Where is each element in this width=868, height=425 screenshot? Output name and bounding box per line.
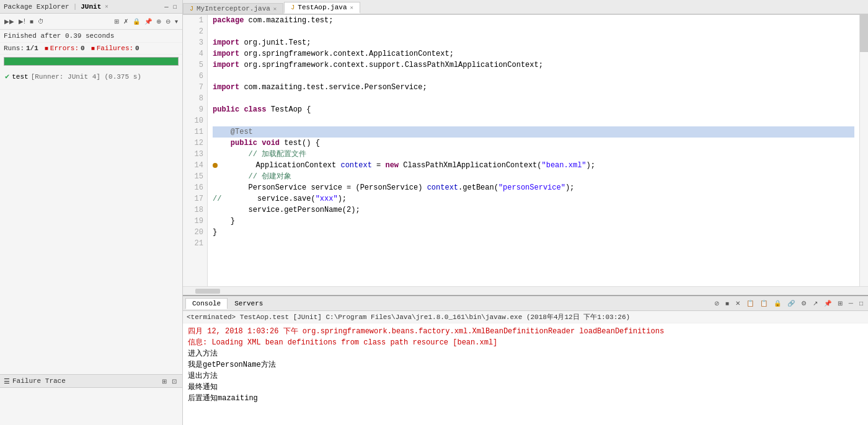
console-clear-button[interactable]: ⊘ [712, 299, 722, 308]
failure-trace-expand-icon[interactable]: ☰ [4, 377, 10, 385]
progress-bar-container [4, 57, 179, 66]
scrollbar-thumb [860, 15, 868, 52]
java-file-icon: J [190, 6, 193, 12]
console-tab-bar: Console Servers ⊘ ■ ✕ 📋 📋 🔒 🔗 ⚙ ↗ 📌 [183, 296, 868, 311]
console-output[interactable]: 四月 12, 2018 1:03:26 下午 org.springframewo… [183, 323, 868, 425]
failures-stat: ■ Failures: 0 [91, 45, 140, 52]
runs-stat: Runs: 1/1 [4, 45, 38, 52]
failure-filter-button[interactable]: ⊡ [170, 377, 179, 386]
finished-status: Finished after 0.39 seconds [0, 30, 182, 43]
test-tree-item[interactable]: ✔ test [Runner: JUnit 4] (0.375 s) [0, 71, 182, 82]
rerun-failed-button[interactable]: ▶! [17, 17, 27, 26]
console-export-button[interactable]: ↗ [810, 299, 820, 308]
junit-tab[interactable]: JUnit [81, 3, 101, 11]
main-area: Package Explorer | JUnit ✕ ─ □ ▶▶ ▶! ■ ⏱… [0, 0, 868, 425]
console-tabs: Console Servers [185, 298, 270, 309]
console-stop-button[interactable]: ■ [723, 299, 732, 308]
tab-myinterceptor-close[interactable]: ✕ [273, 6, 277, 12]
rerun-button[interactable]: ▶▶ [2, 17, 16, 26]
collapse-button[interactable]: ⊖ [164, 17, 172, 26]
test-tree: ✔ test [Runner: JUnit 4] (0.375 s) [0, 68, 182, 374]
layout-button[interactable]: ⊞ [112, 17, 121, 26]
minimize-panel-button[interactable]: ─ [162, 3, 170, 11]
console-scroll-lock-button[interactable]: 🔒 [771, 299, 784, 308]
servers-tab[interactable]: Servers [228, 298, 270, 309]
console-pin-button[interactable]: 📌 [822, 299, 834, 308]
editor-scrollbar[interactable] [859, 15, 868, 286]
failure-trace-header: ☰ Failure Trace ⊞ ⊡ [0, 374, 182, 388]
ide-container: Package Explorer | JUnit ✕ ─ □ ▶▶ ▶! ■ ⏱… [0, 0, 868, 425]
console-expand-button[interactable]: ⊞ [835, 299, 845, 308]
console-copy-button[interactable]: 📋 [744, 299, 756, 308]
tab-bar: J MyInterceptor.java ✕ J TestAop.java ✕ [183, 0, 868, 15]
package-explorer-tab[interactable]: Package Explorer [4, 3, 69, 11]
stats-row: Runs: 1/1 ■ Errors: 0 ■ Failures: 0 [0, 43, 182, 55]
line-numbers: 123456789101112131415161718192021 [183, 15, 208, 286]
left-panel: Package Explorer | JUnit ✕ ─ □ ▶▶ ▶! ■ ⏱… [0, 0, 183, 425]
editor-area: J MyInterceptor.java ✕ J TestAop.java ✕ … [183, 0, 868, 425]
console-link-button[interactable]: 🔗 [785, 299, 797, 308]
stop-button[interactable]: ■ [28, 17, 35, 26]
failure-trace-controls: ⊞ ⊡ [160, 377, 179, 386]
failure-copy-button[interactable]: ⊞ [160, 377, 169, 386]
code-content: package com.mazaiting.test;import org.ju… [208, 15, 859, 286]
progress-bar-fill [4, 58, 178, 65]
tab-testaop-close[interactable]: ✕ [350, 4, 353, 11]
tab-myinterceptor[interactable]: J MyInterceptor.java ✕ [183, 3, 283, 14]
panel-header-left: Package Explorer | JUnit ✕ [4, 3, 108, 11]
scroll-lock-button[interactable]: 🔒 [131, 17, 142, 26]
panel-header: Package Explorer | JUnit ✕ ─ □ [0, 0, 182, 14]
h-scrollbar[interactable] [183, 286, 868, 295]
java-file-icon-2: J [291, 4, 294, 11]
tab-testaop-label: TestAop.java [298, 4, 347, 11]
panel-header-controls: ─ □ [162, 3, 179, 11]
failure-trace-title-text: Failure Trace [12, 377, 66, 385]
maximize-panel-button[interactable]: □ [172, 3, 179, 11]
console-maximize-button[interactable]: □ [857, 299, 866, 308]
test-item-label: test [12, 73, 28, 81]
test-pass-icon: ✔ [5, 72, 9, 81]
show-failures-button[interactable]: ✗ [122, 17, 130, 26]
tab-testaop[interactable]: J TestAop.java ✕ [284, 2, 360, 14]
junit-toolbar: ▶▶ ▶! ■ ⏱ ⊞ ✗ 🔒 📌 ⊕ ⊖ ▾ [0, 14, 182, 30]
expand-button[interactable]: ⊕ [154, 17, 163, 26]
console-settings-button[interactable]: ⚙ [799, 299, 809, 308]
console-minimize-button[interactable]: ─ [846, 299, 856, 308]
pin-button[interactable]: 📌 [143, 17, 154, 26]
editor-body: 123456789101112131415161718192021 packag… [183, 15, 868, 286]
tab-myinterceptor-label: MyInterceptor.java [197, 5, 270, 12]
console-tab[interactable]: Console [185, 298, 228, 309]
console-paste-button[interactable]: 📋 [758, 299, 770, 308]
code-editor[interactable]: 123456789101112131415161718192021 packag… [183, 15, 859, 286]
errors-stat: ■ Errors: 0 [45, 45, 85, 52]
history-button[interactable]: ⏱ [36, 17, 46, 26]
test-item-detail: [Runner: JUnit 4] (0.375 s) [31, 73, 141, 81]
junit-tab-close-icon[interactable]: ✕ [105, 3, 108, 10]
console-stop-2-button[interactable]: ✕ [733, 299, 743, 308]
console-area: Console Servers ⊘ ■ ✕ 📋 📋 🔒 🔗 ⚙ ↗ 📌 [183, 295, 868, 425]
console-status: <terminated> TestAop.test [JUnit] C:\Pro… [183, 311, 868, 323]
failure-trace-body [0, 388, 182, 425]
view-menu-button[interactable]: ▾ [173, 17, 180, 26]
h-scrollbar-thumb [195, 289, 220, 294]
console-toolbar: ⊘ ■ ✕ 📋 📋 🔒 🔗 ⚙ ↗ 📌 ⊞ ─ □ [712, 299, 866, 308]
